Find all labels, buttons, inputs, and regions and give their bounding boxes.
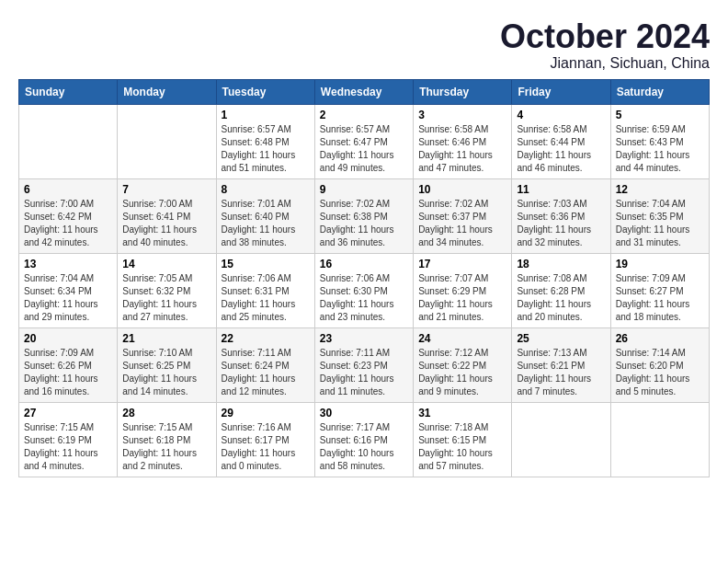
calendar-cell: 28Sunrise: 7:15 AMSunset: 6:18 PMDayligh…	[118, 402, 216, 477]
day-info: Sunrise: 7:00 AMSunset: 6:41 PMDaylight:…	[122, 198, 210, 249]
day-info: Sunrise: 7:06 AMSunset: 6:31 PMDaylight:…	[222, 272, 310, 324]
day-number: 15	[222, 258, 310, 270]
calendar-cell: 21Sunrise: 7:10 AMSunset: 6:25 PMDayligh…	[118, 327, 216, 402]
calendar-cell: 5Sunrise: 6:59 AMSunset: 6:43 PMDaylight…	[610, 104, 709, 178]
weekday-header-wednesday: Wednesday	[314, 79, 413, 104]
day-number: 22	[222, 332, 310, 345]
calendar-cell: 11Sunrise: 7:03 AMSunset: 6:36 PMDayligh…	[512, 178, 610, 253]
day-number: 18	[517, 258, 605, 270]
day-info: Sunrise: 7:15 AMSunset: 6:18 PMDaylight:…	[122, 421, 210, 473]
day-info: Sunrise: 7:11 AMSunset: 6:23 PMDaylight:…	[320, 347, 408, 398]
day-number: 9	[320, 183, 408, 196]
calendar-cell: 20Sunrise: 7:09 AMSunset: 6:26 PMDayligh…	[19, 327, 118, 402]
day-info: Sunrise: 7:08 AMSunset: 6:28 PMDaylight:…	[517, 272, 605, 324]
day-number: 1	[222, 109, 310, 121]
day-number: 20	[24, 332, 112, 345]
day-number: 5	[616, 109, 704, 121]
calendar-table: SundayMondayTuesdayWednesdayThursdayFrid…	[18, 79, 710, 477]
day-number: 29	[222, 407, 310, 419]
calendar-cell: 13Sunrise: 7:04 AMSunset: 6:34 PMDayligh…	[19, 253, 118, 327]
day-info: Sunrise: 6:57 AMSunset: 6:47 PMDaylight:…	[320, 123, 408, 175]
day-number: 11	[517, 183, 605, 196]
page-header: GeneralBlue October 2024 Jiannan, Sichua…	[18, 18, 710, 72]
day-number: 14	[122, 258, 210, 270]
weekday-header-thursday: Thursday	[414, 79, 512, 104]
day-number: 27	[24, 407, 112, 419]
day-number: 19	[616, 258, 704, 270]
day-number: 4	[517, 109, 605, 121]
day-info: Sunrise: 7:01 AMSunset: 6:40 PMDaylight:…	[222, 198, 310, 249]
day-info: Sunrise: 7:04 AMSunset: 6:35 PMDaylight:…	[616, 198, 704, 249]
day-info: Sunrise: 7:10 AMSunset: 6:25 PMDaylight:…	[122, 347, 210, 398]
day-number: 6	[24, 183, 112, 196]
day-number: 2	[320, 109, 408, 121]
calendar-cell: 30Sunrise: 7:17 AMSunset: 6:16 PMDayligh…	[314, 402, 413, 477]
calendar-cell	[19, 104, 118, 178]
day-number: 23	[320, 332, 408, 345]
calendar-cell: 7Sunrise: 7:00 AMSunset: 6:41 PMDaylight…	[118, 178, 216, 253]
calendar-cell	[610, 402, 709, 477]
calendar-cell: 26Sunrise: 7:14 AMSunset: 6:20 PMDayligh…	[610, 327, 709, 402]
weekday-header-monday: Monday	[118, 79, 216, 104]
calendar-cell	[118, 104, 216, 178]
day-info: Sunrise: 7:04 AMSunset: 6:34 PMDaylight:…	[24, 272, 112, 324]
day-number: 28	[122, 407, 210, 419]
day-number: 24	[418, 332, 506, 345]
day-info: Sunrise: 7:17 AMSunset: 6:16 PMDaylight:…	[320, 421, 408, 473]
calendar-week-row: 27Sunrise: 7:15 AMSunset: 6:19 PMDayligh…	[19, 402, 710, 477]
day-number: 21	[122, 332, 210, 345]
calendar-cell: 31Sunrise: 7:18 AMSunset: 6:15 PMDayligh…	[414, 402, 512, 477]
weekday-header-row: SundayMondayTuesdayWednesdayThursdayFrid…	[19, 79, 710, 104]
day-info: Sunrise: 7:18 AMSunset: 6:15 PMDaylight:…	[418, 421, 506, 473]
day-info: Sunrise: 6:58 AMSunset: 6:44 PMDaylight:…	[517, 123, 605, 175]
weekday-header-tuesday: Tuesday	[216, 79, 314, 104]
calendar-week-row: 1Sunrise: 6:57 AMSunset: 6:48 PMDaylight…	[19, 104, 710, 178]
calendar-cell: 6Sunrise: 7:00 AMSunset: 6:42 PMDaylight…	[19, 178, 118, 253]
calendar-cell: 8Sunrise: 7:01 AMSunset: 6:40 PMDaylight…	[216, 178, 314, 253]
calendar-cell: 29Sunrise: 7:16 AMSunset: 6:17 PMDayligh…	[216, 402, 314, 477]
day-info: Sunrise: 6:57 AMSunset: 6:48 PMDaylight:…	[222, 123, 310, 175]
calendar-cell: 14Sunrise: 7:05 AMSunset: 6:32 PMDayligh…	[118, 253, 216, 327]
day-number: 10	[418, 183, 506, 196]
day-info: Sunrise: 7:02 AMSunset: 6:37 PMDaylight:…	[418, 198, 506, 249]
calendar-cell: 18Sunrise: 7:08 AMSunset: 6:28 PMDayligh…	[512, 253, 610, 327]
weekday-header-saturday: Saturday	[610, 79, 709, 104]
day-number: 26	[616, 332, 704, 345]
day-info: Sunrise: 7:09 AMSunset: 6:26 PMDaylight:…	[24, 347, 112, 398]
day-info: Sunrise: 7:00 AMSunset: 6:42 PMDaylight:…	[24, 198, 112, 249]
day-info: Sunrise: 7:16 AMSunset: 6:17 PMDaylight:…	[222, 421, 310, 473]
calendar-cell: 27Sunrise: 7:15 AMSunset: 6:19 PMDayligh…	[19, 402, 118, 477]
calendar-cell: 15Sunrise: 7:06 AMSunset: 6:31 PMDayligh…	[216, 253, 314, 327]
day-number: 8	[222, 183, 310, 196]
day-info: Sunrise: 7:03 AMSunset: 6:36 PMDaylight:…	[517, 198, 605, 249]
calendar-week-row: 20Sunrise: 7:09 AMSunset: 6:26 PMDayligh…	[19, 327, 710, 402]
calendar-cell	[512, 402, 610, 477]
day-info: Sunrise: 7:15 AMSunset: 6:19 PMDaylight:…	[24, 421, 112, 473]
calendar-week-row: 6Sunrise: 7:00 AMSunset: 6:42 PMDaylight…	[19, 178, 710, 253]
day-number: 12	[616, 183, 704, 196]
day-number: 30	[320, 407, 408, 419]
day-info: Sunrise: 7:11 AMSunset: 6:24 PMDaylight:…	[222, 347, 310, 398]
month-title: October 2024	[500, 18, 710, 55]
calendar-cell: 17Sunrise: 7:07 AMSunset: 6:29 PMDayligh…	[414, 253, 512, 327]
day-info: Sunrise: 6:58 AMSunset: 6:46 PMDaylight:…	[418, 123, 506, 175]
calendar-cell: 24Sunrise: 7:12 AMSunset: 6:22 PMDayligh…	[414, 327, 512, 402]
day-info: Sunrise: 7:09 AMSunset: 6:27 PMDaylight:…	[616, 272, 704, 324]
day-info: Sunrise: 7:14 AMSunset: 6:20 PMDaylight:…	[616, 347, 704, 398]
day-info: Sunrise: 7:13 AMSunset: 6:21 PMDaylight:…	[517, 347, 605, 398]
day-number: 31	[418, 407, 506, 419]
day-info: Sunrise: 7:06 AMSunset: 6:30 PMDaylight:…	[320, 272, 408, 324]
calendar-cell: 4Sunrise: 6:58 AMSunset: 6:44 PMDaylight…	[512, 104, 610, 178]
calendar-cell: 19Sunrise: 7:09 AMSunset: 6:27 PMDayligh…	[610, 253, 709, 327]
location-title: Jiannan, Sichuan, China	[500, 55, 710, 72]
calendar-cell: 2Sunrise: 6:57 AMSunset: 6:47 PMDaylight…	[314, 104, 413, 178]
weekday-header-friday: Friday	[512, 79, 610, 104]
day-info: Sunrise: 6:59 AMSunset: 6:43 PMDaylight:…	[616, 123, 704, 175]
day-info: Sunrise: 7:05 AMSunset: 6:32 PMDaylight:…	[122, 272, 210, 324]
day-number: 7	[122, 183, 210, 196]
day-number: 25	[517, 332, 605, 345]
day-number: 16	[320, 258, 408, 270]
day-number: 17	[418, 258, 506, 270]
calendar-cell: 10Sunrise: 7:02 AMSunset: 6:37 PMDayligh…	[414, 178, 512, 253]
calendar-cell: 16Sunrise: 7:06 AMSunset: 6:30 PMDayligh…	[314, 253, 413, 327]
